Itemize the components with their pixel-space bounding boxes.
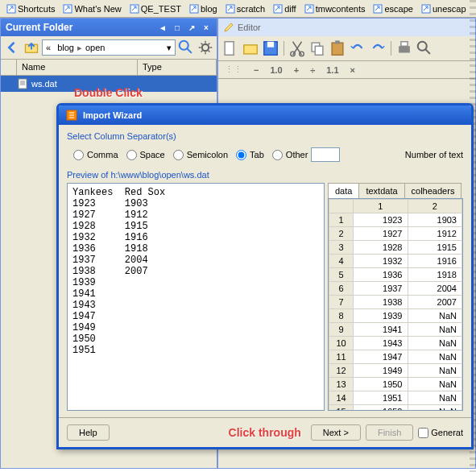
separator-options: Comma Space Semicolon Tab Other Number o…: [67, 147, 463, 162]
editor-zoom-toolbar: ⋮⋮ − 1.0 + ÷ 1.1 ×: [218, 61, 475, 79]
preview-tab-row: data textdata colheaders: [328, 183, 463, 198]
shortcut-item[interactable]: tmwcontents: [301, 2, 369, 15]
grid-row[interactable]: 419321916: [329, 255, 462, 268]
zoom-value-2: 1.1: [326, 65, 338, 75]
tab-data[interactable]: data: [328, 183, 359, 198]
shortcut-item[interactable]: Shortcuts: [3, 2, 58, 15]
shortcut-icon: [373, 4, 383, 14]
tab-textdata[interactable]: textdata: [358, 183, 404, 198]
divide-button[interactable]: ÷: [310, 65, 315, 75]
save-button[interactable]: [262, 39, 279, 57]
pencil-icon: [223, 22, 234, 33]
copy-button[interactable]: [308, 39, 326, 57]
panel-restore-icon[interactable]: □: [172, 22, 183, 33]
open-button[interactable]: [242, 39, 259, 57]
import-wizard-dialog: Import Wizard Select Column Separator(s)…: [56, 103, 474, 449]
plus-button[interactable]: +: [294, 65, 299, 75]
column-header-name[interactable]: Name: [17, 60, 138, 75]
svg-rect-12: [19, 79, 27, 89]
cut-button[interactable]: [288, 39, 306, 57]
shortcut-item[interactable]: QE_TEST: [126, 2, 184, 15]
num-text-label: Number of text: [405, 150, 463, 159]
panel-close-icon[interactable]: ×: [201, 22, 212, 33]
shortcuts-bar: ShortcutsWhat's NewQE_TESTblogscratchdif…: [0, 0, 476, 18]
nav-bar: « blog ▸ open ▾: [1, 36, 217, 60]
grid-row[interactable]: 91941NaN: [329, 323, 462, 337]
grid-row[interactable]: 131950NaN: [329, 378, 462, 391]
editor-titlebar: Editor: [218, 19, 475, 36]
minus-button[interactable]: −: [254, 65, 259, 75]
svg-point-10: [180, 41, 188, 50]
gear-button[interactable]: [197, 39, 214, 56]
panel-prev-icon[interactable]: ◄: [157, 22, 168, 33]
wizard-footer: Help Click through Next > Finish Generat: [59, 417, 471, 447]
radio-tab[interactable]: Tab: [236, 150, 264, 160]
column-header-type[interactable]: Type: [138, 60, 217, 75]
radio-other[interactable]: Other: [272, 147, 341, 162]
grid-row[interactable]: 111947NaN: [329, 350, 462, 364]
svg-point-11: [202, 44, 209, 51]
shortcut-item[interactable]: unescap: [418, 2, 470, 15]
help-button[interactable]: Help: [67, 424, 110, 441]
new-file-button[interactable]: [221, 39, 239, 57]
data-grid[interactable]: 1211923190321927191231928191541932191651…: [328, 198, 463, 411]
print-button[interactable]: [395, 39, 413, 57]
grid-row[interactable]: 619372004: [329, 282, 462, 296]
grid-row[interactable]: 219271912: [329, 227, 462, 241]
grid-row[interactable]: 319281915: [329, 241, 462, 255]
shortcut-icon: [130, 4, 139, 14]
shortcut-item[interactable]: diff: [270, 2, 299, 15]
grid-row[interactable]: 141951NaN: [329, 391, 462, 405]
grid-col-header[interactable]: 1: [354, 200, 408, 213]
grid-row[interactable]: 121949NaN: [329, 364, 462, 378]
svg-rect-24: [401, 42, 408, 47]
panel-titlebar: Current Folder ◄ □ ↗ ×: [1, 19, 217, 36]
other-separator-input[interactable]: [311, 147, 340, 162]
shortcut-item[interactable]: What's New: [60, 2, 124, 15]
radio-comma[interactable]: Comma: [73, 150, 118, 160]
svg-rect-22: [335, 40, 340, 43]
grid-row[interactable]: 519361918: [329, 268, 462, 282]
radio-semicolon[interactable]: Semicolon: [173, 150, 228, 160]
shortcut-icon: [63, 4, 72, 14]
shortcut-icon: [273, 4, 283, 14]
grid-row[interactable]: 719382007: [329, 296, 462, 309]
up-folder-button[interactable]: [23, 39, 40, 56]
grid-col-header[interactable]: 2: [408, 200, 462, 213]
shortcut-item[interactable]: escape: [370, 2, 416, 15]
breadcrumb[interactable]: « blog ▸ open ▾: [42, 39, 176, 56]
shortcut-icon: [189, 4, 199, 14]
svg-rect-23: [399, 46, 410, 52]
grid-row[interactable]: 81939NaN: [329, 309, 462, 323]
svg-rect-14: [244, 45, 258, 54]
annotation-click-through: Click through: [229, 426, 301, 439]
panel-undock-icon[interactable]: ↗: [186, 22, 197, 33]
find-button[interactable]: [416, 39, 433, 57]
back-button[interactable]: [3, 39, 21, 56]
next-button[interactable]: Next >: [311, 424, 361, 441]
undo-button[interactable]: [349, 39, 366, 57]
svg-rect-13: [225, 42, 234, 56]
shortcut-item[interactable]: scratch: [222, 2, 268, 15]
multiply-button[interactable]: ×: [350, 65, 355, 75]
grid-row[interactable]: 151952NaN: [329, 405, 462, 412]
radio-space[interactable]: Space: [126, 150, 165, 160]
grid-row[interactable]: 101943NaN: [329, 337, 462, 350]
paste-button[interactable]: [329, 39, 346, 57]
shortcut-icon: [6, 4, 16, 14]
svg-point-25: [418, 42, 427, 51]
grid-row[interactable]: 119231903: [329, 213, 462, 227]
shortcut-item[interactable]: blog: [186, 2, 221, 15]
wizard-icon: [65, 109, 78, 122]
wizard-title: Import Wizard: [83, 110, 142, 120]
redo-button[interactable]: [369, 39, 387, 57]
editor-title: Editor: [238, 23, 261, 32]
generate-checkbox[interactable]: Generat: [418, 428, 463, 438]
preview-text-area[interactable]: Yankees Red Sox 1923 1903 1927 1912 1928…: [67, 183, 325, 411]
breadcrumb-prefix: «: [46, 43, 51, 52]
search-button[interactable]: [177, 39, 195, 56]
shortcut-icon: [304, 4, 314, 14]
wizard-subtitle: Select Column Separator(s): [67, 131, 463, 141]
file-icon: [17, 78, 28, 89]
tab-colheaders[interactable]: colheaders: [404, 183, 462, 198]
